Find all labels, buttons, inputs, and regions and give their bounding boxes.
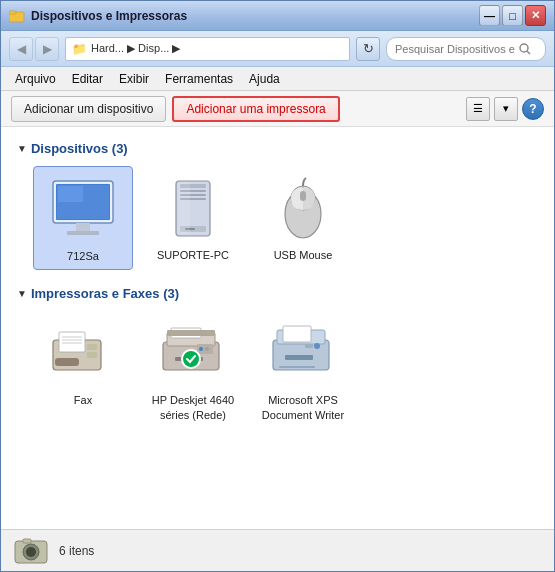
svg-rect-40 [283, 326, 311, 342]
printer-label-fax: Fax [74, 393, 92, 407]
titlebar-icon [9, 8, 25, 24]
devices-grid: 712Sa [17, 166, 538, 270]
svg-rect-41 [285, 355, 313, 360]
device-item-mouse[interactable]: USB Mouse [253, 166, 353, 270]
hp-printer-icon [157, 317, 229, 389]
window: Dispositivos e Impressoras — □ ✕ ◀ ▶ 📁 H… [0, 0, 555, 572]
minimize-button[interactable]: — [479, 5, 500, 26]
svg-rect-44 [305, 344, 313, 348]
devices-section-header: ▼ Dispositivos (3) [17, 141, 538, 156]
device-item-monitor[interactable]: 712Sa [33, 166, 133, 270]
fax-icon [47, 317, 119, 389]
svg-rect-48 [23, 539, 31, 543]
maximize-button[interactable]: □ [502, 5, 523, 26]
camera-icon [13, 533, 49, 569]
titlebar: Dispositivos e Impressoras — □ ✕ [1, 1, 554, 31]
main-content: ▼ Dispositivos (3) 712Sa [1, 127, 554, 529]
menubar: Arquivo Editar Exibir Ferramentas Ajuda [1, 67, 554, 91]
device-label-usb-mouse: USB Mouse [274, 248, 333, 262]
toolbar-right: ☰ ▾ ? [466, 97, 544, 121]
mouse-icon [267, 172, 339, 244]
help-button[interactable]: ? [522, 98, 544, 120]
back-button[interactable]: ◀ [9, 37, 33, 61]
printer-label-xps: Microsoft XPSDocument Writer [262, 393, 344, 422]
menu-exibir[interactable]: Exibir [111, 70, 157, 88]
svg-rect-6 [76, 223, 90, 231]
svg-rect-7 [67, 231, 99, 235]
printers-section-title: Impressoras e Faxes (3) [31, 286, 179, 301]
svg-rect-17 [178, 182, 190, 234]
devices-section-title: Dispositivos (3) [31, 141, 128, 156]
checkmark-icon [185, 353, 197, 365]
titlebar-title: Dispositivos e Impressoras [31, 9, 187, 23]
svg-point-2 [520, 44, 528, 52]
nav-arrows: ◀ ▶ [9, 37, 59, 61]
close-button[interactable]: ✕ [525, 5, 546, 26]
svg-point-36 [199, 347, 203, 351]
svg-rect-23 [59, 332, 85, 352]
printers-grid: Fax [17, 311, 538, 428]
menu-arquivo[interactable]: Arquivo [7, 70, 64, 88]
svg-point-47 [26, 547, 36, 557]
add-printer-button[interactable]: Adicionar uma impressora [172, 96, 339, 122]
breadcrumb[interactable]: 📁 Hard... ▶ Disp... ▶ [65, 37, 350, 61]
printers-section-header: ▼ Impressoras e Faxes (3) [17, 286, 538, 301]
toolbar: Adicionar um dispositivo Adicionar uma i… [1, 91, 554, 127]
view-button[interactable]: ☰ [466, 97, 490, 121]
titlebar-controls: — □ ✕ [479, 5, 546, 26]
add-device-button[interactable]: Adicionar um dispositivo [11, 96, 166, 122]
statusbar: 6 itens [1, 529, 554, 571]
breadcrumb-text: Hard... ▶ Disp... ▶ [91, 42, 180, 55]
search-bar[interactable] [386, 37, 546, 61]
printer-item-fax[interactable]: Fax [33, 311, 133, 428]
refresh-button[interactable]: ↻ [356, 37, 380, 61]
printers-arrow: ▼ [17, 288, 27, 299]
menu-ferramentas[interactable]: Ferramentas [157, 70, 241, 88]
svg-rect-28 [87, 352, 97, 358]
xps-printer-icon [267, 317, 339, 389]
svg-rect-33 [167, 330, 215, 336]
folder-icon: 📁 [72, 42, 87, 56]
svg-rect-42 [279, 366, 315, 368]
svg-rect-1 [9, 11, 16, 14]
svg-rect-27 [87, 344, 97, 350]
svg-point-37 [205, 347, 209, 351]
hdd-icon [157, 172, 229, 244]
forward-button[interactable]: ▶ [35, 37, 59, 61]
svg-rect-9 [58, 186, 83, 202]
search-input[interactable] [395, 43, 515, 55]
device-label-suporte-pc: SUPORTE-PC [157, 248, 229, 262]
svg-rect-29 [55, 358, 79, 366]
svg-point-43 [314, 343, 320, 349]
device-item-hdd[interactable]: SUPORTE-PC [143, 166, 243, 270]
navbar: ◀ ▶ 📁 Hard... ▶ Disp... ▶ ↻ [1, 31, 554, 67]
monitor-icon [47, 173, 119, 245]
printer-label-hp: HP Deskjet 4640séries (Rede) [152, 393, 234, 422]
titlebar-left: Dispositivos e Impressoras [9, 8, 187, 24]
search-icon [519, 43, 531, 55]
printer-item-hp[interactable]: HP Deskjet 4640séries (Rede) [143, 311, 243, 428]
view-dropdown-button[interactable]: ▾ [494, 97, 518, 121]
printer-item-xps[interactable]: Microsoft XPSDocument Writer [253, 311, 353, 428]
menu-editar[interactable]: Editar [64, 70, 111, 88]
svg-rect-21 [300, 191, 306, 201]
menu-ajuda[interactable]: Ajuda [241, 70, 288, 88]
devices-arrow: ▼ [17, 143, 27, 154]
status-count: 6 itens [59, 544, 94, 558]
device-label-712sa: 712Sa [67, 249, 99, 263]
svg-line-3 [527, 51, 530, 54]
